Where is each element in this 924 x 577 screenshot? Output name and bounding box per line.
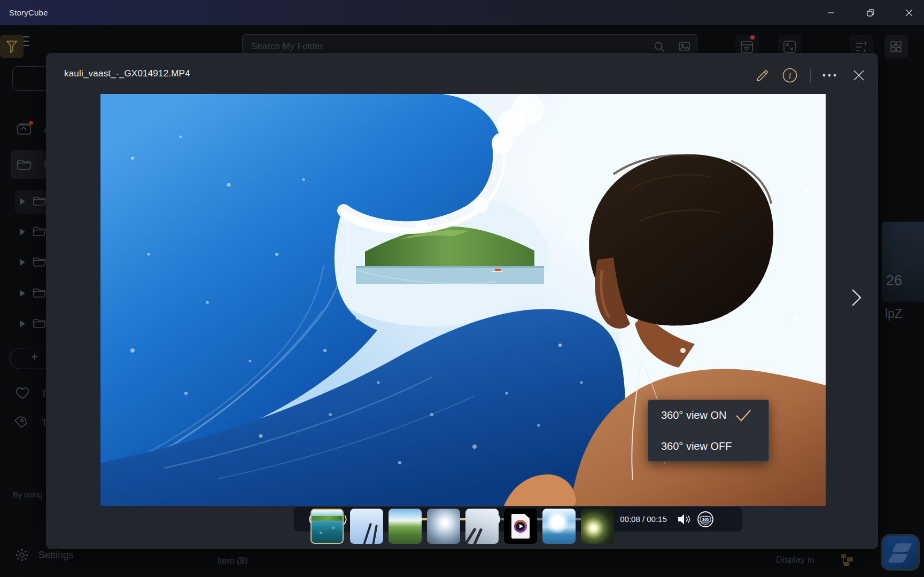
filter-funnel-icon — [6, 40, 18, 54]
time-display: 00:08 / 00:15 — [609, 507, 678, 532]
menu-item-label: 360° view ON — [661, 409, 727, 422]
settings-button[interactable] — [15, 548, 29, 564]
logo-glyph — [892, 543, 913, 552]
restore-icon — [867, 9, 874, 17]
screen: StoryCube Search My Folder — [0, 0, 924, 577]
calendar-heart-icon — [741, 40, 754, 54]
expander-arrow-icon[interactable] — [20, 321, 25, 327]
svg-text:i: i — [789, 71, 791, 80]
subfolder-icon[interactable] — [33, 226, 46, 239]
close-window-icon — [905, 9, 913, 17]
volume-icon — [678, 513, 692, 526]
thumbnail-3[interactable] — [389, 509, 422, 544]
more-options-button[interactable] — [821, 67, 837, 83]
plus-icon: + — [31, 350, 38, 364]
minimize-button[interactable] — [819, 0, 843, 25]
ellipsis-icon — [822, 73, 836, 77]
menu-item-label: 360° view OFF — [661, 440, 732, 453]
display-layout-icon[interactable] — [839, 552, 855, 567]
grid-item-text: 26 — [886, 272, 902, 289]
close-viewer-button[interactable] — [851, 67, 867, 83]
settings-label: Settings — [38, 550, 73, 561]
sidebar-item-tag[interactable] — [14, 416, 28, 432]
titlebar: StoryCube — [0, 0, 924, 25]
subfolder-icon[interactable] — [33, 256, 46, 270]
info-icon: i — [782, 68, 797, 83]
minimize-icon — [827, 9, 835, 17]
ski-pole — [362, 523, 372, 544]
storycube-logo-button[interactable] — [881, 534, 920, 571]
thumbnail-2[interactable] — [350, 509, 383, 544]
menu-item-360-off[interactable]: 360° view OFF — [648, 431, 768, 462]
check-icon — [734, 409, 752, 423]
view-360-button[interactable]: 360 — [697, 511, 714, 530]
filter-button[interactable] — [0, 35, 24, 58]
pencil-icon — [756, 68, 770, 82]
expander-arrow-icon[interactable] — [20, 259, 25, 266]
search-icon[interactable] — [654, 41, 665, 53]
volume-button[interactable] — [678, 513, 692, 528]
thumbnail-7[interactable] — [542, 509, 576, 544]
edit-button[interactable] — [755, 67, 771, 83]
subfolder-icon[interactable] — [33, 287, 46, 301]
subfolder-icon[interactable] — [33, 196, 46, 209]
sidebar-item-favorite[interactable] — [15, 386, 30, 402]
sliders-icon — [855, 40, 868, 54]
by-using-text: By using — [13, 490, 43, 499]
globe-360-icon: 360 — [697, 511, 714, 528]
background-grid-item — [882, 222, 924, 302]
header-divider — [810, 68, 811, 82]
thumbnail-8[interactable] — [581, 509, 614, 544]
thumbnail-5[interactable] — [465, 509, 499, 544]
menu-item-360-on[interactable]: 360° view ON — [648, 400, 768, 431]
play-ring-icon — [514, 520, 527, 533]
folder-icon — [17, 158, 32, 173]
media-title: kauli_vaast_-_GX014912.MP4 — [64, 68, 190, 79]
restore-button[interactable] — [859, 0, 882, 25]
expander-arrow-icon[interactable] — [20, 229, 25, 235]
chevron-right-icon — [851, 288, 862, 307]
thumbnail-1-selected[interactable] — [310, 509, 344, 544]
grid-view-button[interactable] — [884, 35, 908, 58]
grid-icon — [890, 40, 903, 54]
item-count-text: Item (8) — [198, 556, 267, 566]
notification-dot — [750, 35, 755, 40]
grid-item-filename: lpZ — [885, 307, 902, 321]
gear-icon — [15, 548, 29, 562]
diagonal-arrows-icon — [783, 40, 796, 54]
display-in-label[interactable]: Display in — [776, 555, 814, 565]
next-media-button[interactable] — [845, 283, 868, 313]
thumbnail-4[interactable] — [427, 509, 460, 544]
logo-glyph — [888, 554, 909, 563]
info-button[interactable]: i — [782, 67, 798, 83]
image-search-icon[interactable] — [679, 41, 692, 53]
subfolder-icon[interactable] — [33, 318, 46, 331]
close-window-button[interactable] — [897, 0, 921, 25]
media-viewer-dialog: kauli_vaast_-_GX014912.MP4 i — [46, 53, 878, 549]
view-360-menu: 360° view ON 360° view OFF — [648, 400, 769, 462]
expander-arrow-icon[interactable] — [20, 198, 25, 205]
thumbnail-6[interactable] — [504, 509, 537, 544]
svg-text:360: 360 — [702, 517, 709, 522]
app-title: StoryCube — [9, 0, 48, 25]
ski-pole — [371, 525, 378, 544]
album-red-dot — [29, 121, 33, 125]
close-icon — [853, 70, 864, 81]
expander-arrow-icon[interactable] — [20, 290, 25, 297]
